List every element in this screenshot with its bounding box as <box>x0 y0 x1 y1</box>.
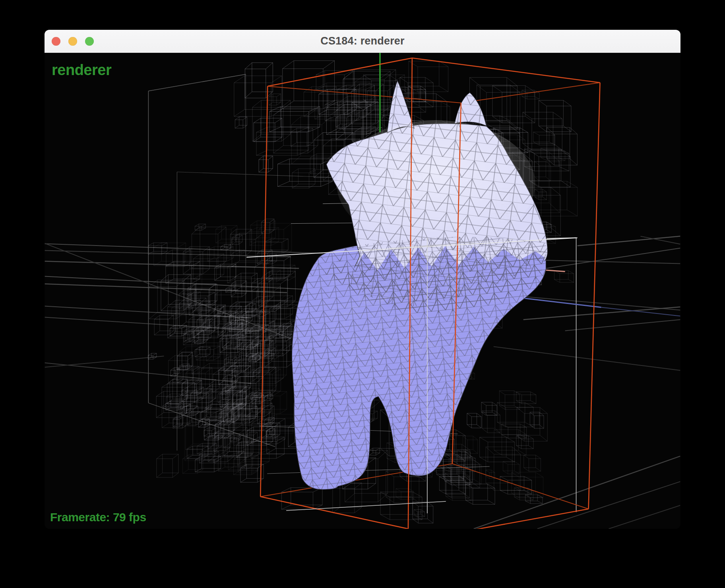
cow-mesh <box>292 81 547 489</box>
minimize-button[interactable] <box>68 37 77 46</box>
window-titlebar[interactable]: CS184: renderer <box>45 30 680 53</box>
app-window: CS184: renderer <box>45 30 680 529</box>
traffic-lights <box>52 30 94 52</box>
renderer-label: renderer <box>52 62 111 77</box>
viewport-canvas[interactable] <box>45 53 680 529</box>
framerate-label: Framerate: 79 fps <box>50 511 146 523</box>
close-button[interactable] <box>52 37 60 46</box>
zoom-button[interactable] <box>85 37 94 46</box>
window-title: CS184: renderer <box>320 35 405 47</box>
render-viewport[interactable]: renderer Framerate: 79 fps <box>45 53 680 529</box>
